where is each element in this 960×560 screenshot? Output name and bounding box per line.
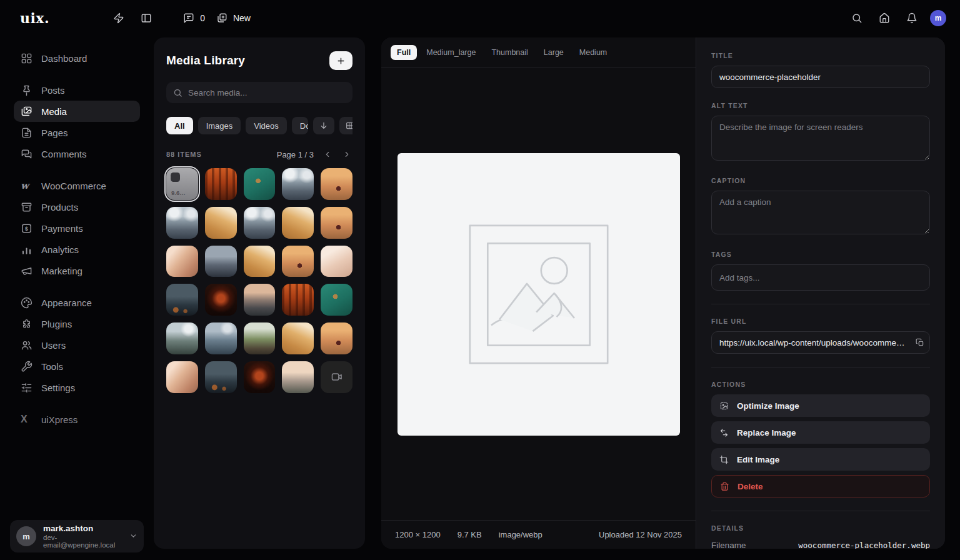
media-tile-torii-dark[interactable]: [205, 284, 237, 316]
media-tile-desert[interactable]: [282, 207, 314, 239]
inspector-pane: TITLE ALT TEXT CAPTION TAGS FILE URL: [696, 38, 945, 549]
add-media-button[interactable]: [329, 51, 352, 70]
media-tile-canal[interactable]: [244, 207, 276, 239]
page-icon: [21, 127, 32, 139]
plugins-icon: [21, 318, 32, 330]
sidebar-item-tools[interactable]: Tools: [14, 356, 140, 377]
media-tile-desert[interactable]: [282, 322, 314, 354]
sidebar-item-analytics[interactable]: Analytics: [14, 239, 140, 260]
alt-text-label: ALT TEXT: [711, 102, 930, 109]
caption-textarea[interactable]: [711, 191, 930, 234]
filter-chip-videos[interactable]: Videos: [246, 117, 287, 134]
optimize-icon: [719, 401, 729, 411]
filter-chip-all[interactable]: All: [166, 117, 193, 134]
sidebar-item-appearance[interactable]: Appearance: [14, 292, 140, 313]
user-menu[interactable]: m mark.ashton dev-email@wpengine.local: [10, 520, 144, 552]
sidebar-item-products[interactable]: Products: [14, 196, 140, 218]
sidebar-item-woocommerce[interactable]: wWooCommerce: [14, 175, 140, 196]
quick-actions-button[interactable]: [109, 9, 128, 28]
file-url-input[interactable]: [711, 331, 930, 354]
size-tab-medium[interactable]: Medium: [573, 45, 613, 60]
media-tile-boat[interactable]: [321, 284, 352, 316]
media-tile-village-sunset[interactable]: [244, 284, 276, 316]
media-tile-video[interactable]: [321, 361, 352, 393]
optimize-image-button[interactable]: Optimize Image: [711, 394, 930, 417]
copy-url-button[interactable]: [916, 338, 924, 347]
media-tile-torii[interactable]: [282, 284, 314, 316]
comments-indicator[interactable]: 0: [183, 12, 205, 24]
action-label: Optimize Image: [737, 401, 799, 411]
prev-page-button[interactable]: [322, 149, 333, 160]
media-tile-placeholder[interactable]: 9.6…: [166, 168, 198, 200]
sidebar-item-media[interactable]: Media: [14, 101, 140, 122]
next-page-button[interactable]: [341, 149, 352, 160]
media-tile-desert[interactable]: [205, 207, 237, 239]
media-tile-canal-green[interactable]: [166, 322, 198, 354]
title-input[interactable]: [711, 66, 930, 88]
action-label: Replace Image: [737, 428, 796, 438]
image-filesize: 9.7 KB: [458, 530, 482, 539]
media-tile-canyon[interactable]: [166, 246, 198, 278]
page-title: Media Library: [166, 54, 245, 68]
sidebar-item-payments[interactable]: $Payments: [14, 218, 140, 239]
media-tile-boat[interactable]: [244, 168, 276, 200]
sidebar-item-settings[interactable]: Settings: [14, 377, 140, 398]
search-icon: [851, 12, 862, 24]
sidebar-item-marketing[interactable]: Marketing: [14, 260, 140, 281]
search-input[interactable]: [188, 88, 346, 98]
size-tab-thumbnail[interactable]: Thumbnail: [485, 45, 534, 60]
layout-view-button[interactable]: [339, 117, 352, 134]
dashboard-icon: [21, 52, 32, 64]
sidebar-item-plugins[interactable]: Plugins: [14, 313, 140, 334]
tags-input[interactable]: [711, 264, 930, 291]
search-button[interactable]: [848, 9, 866, 28]
preview-stage: [381, 68, 696, 520]
chevron-left-icon: [323, 150, 332, 159]
notifications-button[interactable]: [902, 9, 921, 28]
media-tile-canal[interactable]: [166, 207, 198, 239]
sidebar-item-label: Plugins: [41, 319, 72, 329]
actions-group: Optimize ImageReplace ImageEdit ImageDel…: [711, 394, 930, 498]
filter-chip-images[interactable]: Images: [198, 117, 241, 134]
size-tab-large[interactable]: Large: [538, 45, 570, 60]
delete-button[interactable]: Delete: [711, 475, 930, 498]
items-count: 88 ITEMS: [166, 151, 202, 158]
media-tile-village-night[interactable]: [205, 361, 237, 393]
media-tile-canyon[interactable]: [166, 361, 198, 393]
sidebar-item-pages[interactable]: Pages: [14, 122, 140, 143]
size-tab-full[interactable]: Full: [391, 45, 417, 60]
sidebar-item-comments[interactable]: Comments: [14, 143, 140, 164]
user-avatar[interactable]: m: [930, 10, 946, 26]
edit-image-button[interactable]: Edit Image: [711, 448, 930, 471]
media-tile-woman[interactable]: [321, 168, 352, 200]
media-tile-woman[interactable]: [282, 246, 314, 278]
media-tile-canal[interactable]: [282, 168, 314, 200]
new-button[interactable]: New: [216, 12, 251, 24]
sidebar-item-users[interactable]: Users: [14, 334, 140, 356]
alt-text-textarea[interactable]: [711, 116, 930, 161]
replace-icon: [719, 428, 729, 438]
media-tile-village-night[interactable]: [166, 284, 198, 316]
preview-meta-bar: 1200 × 1200 9.7 KB image/webp Uploaded 1…: [381, 520, 696, 549]
media-tile-woman[interactable]: [321, 207, 352, 239]
sidebar-item-dashboard[interactable]: Dashboard: [14, 48, 140, 69]
media-tile-village-sunset-light[interactable]: [282, 361, 314, 393]
size-tab-medium-large[interactable]: Medium_large: [420, 45, 482, 60]
toggle-sidebar-button[interactable]: [137, 9, 156, 28]
media-tile-bridge[interactable]: [244, 322, 276, 354]
media-tile-woman[interactable]: [321, 322, 352, 354]
sidebar-item-uixpress[interactable]: XuiXpress: [14, 409, 140, 430]
users-icon: [21, 339, 32, 351]
filter-chip-docs[interactable]: Docs: [292, 117, 308, 134]
media-tile-village-snow[interactable]: [205, 246, 237, 278]
media-tile-canyon-light[interactable]: [321, 246, 352, 278]
sidebar-item-posts[interactable]: Posts: [14, 79, 140, 101]
replace-image-button[interactable]: Replace Image: [711, 421, 930, 444]
media-tile-torii-dark[interactable]: [244, 361, 276, 393]
media-tile-desert[interactable]: [244, 246, 276, 278]
divider: [711, 304, 930, 304]
home-button[interactable]: [875, 9, 894, 28]
media-tile-fjord[interactable]: [205, 322, 237, 354]
media-tile-torii[interactable]: [205, 168, 237, 200]
sort-download-button[interactable]: [313, 117, 334, 134]
